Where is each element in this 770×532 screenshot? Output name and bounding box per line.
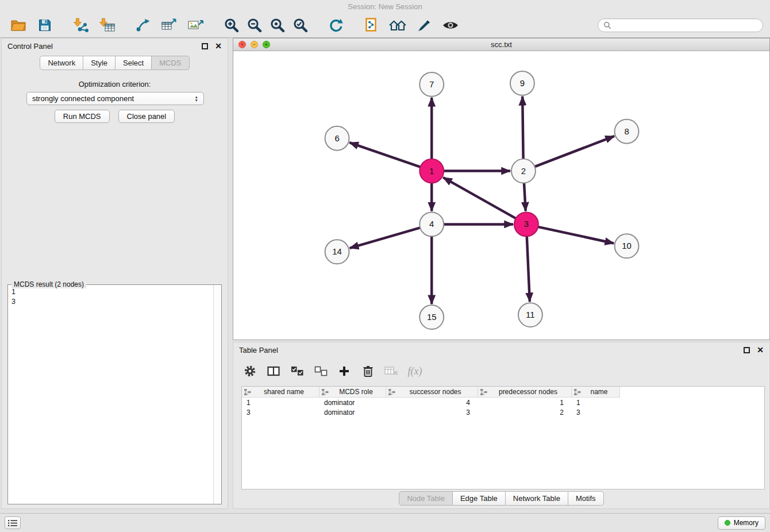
mcds-result-line: 3 xyxy=(11,297,211,307)
tab-select[interactable]: Select xyxy=(116,56,152,70)
control-panel-header: Control Panel ✕ xyxy=(2,38,228,53)
tab-style[interactable]: Style xyxy=(83,56,116,70)
window-zoom-icon[interactable]: + xyxy=(263,41,270,48)
graph-edge-3-11[interactable] xyxy=(527,236,530,302)
column-label: shared name xyxy=(251,388,317,396)
search-field[interactable] xyxy=(598,18,763,32)
control-panel-title: Control Panel xyxy=(7,42,53,51)
table-header-filler xyxy=(620,387,764,398)
column-header-predecessor-nodes[interactable]: predecessor nodes xyxy=(478,387,572,398)
zoom-in-button[interactable] xyxy=(220,15,242,36)
search-input[interactable] xyxy=(615,21,757,29)
network-canvas[interactable]: 7968124314101511 xyxy=(233,51,769,340)
delete-column-button[interactable] xyxy=(360,363,375,380)
float-control-panel-icon[interactable] xyxy=(202,43,208,49)
column-type-icon xyxy=(574,389,581,395)
graph-edge-1-6[interactable] xyxy=(349,142,420,167)
memory-status-icon xyxy=(725,520,730,526)
table-cell[interactable]: 1 xyxy=(478,398,572,407)
table-cell[interactable]: dominator xyxy=(319,398,386,407)
export-network-icon xyxy=(135,18,150,33)
show-home-button[interactable] xyxy=(386,15,409,36)
table-cell[interactable]: 3 xyxy=(242,407,319,417)
run-mcds-button[interactable]: Run MCDS xyxy=(55,110,110,123)
graph-edge-2-8[interactable] xyxy=(534,136,614,167)
graph-edge-2-9[interactable] xyxy=(522,97,523,159)
save-session-button[interactable] xyxy=(33,15,56,36)
eye-icon xyxy=(442,20,459,30)
criterion-dropdown-value: strongly connected component xyxy=(32,94,134,103)
table-cell[interactable]: 1 xyxy=(572,398,620,407)
close-control-panel-icon[interactable]: ✕ xyxy=(215,42,222,50)
column-header-shared-name[interactable]: shared name xyxy=(242,387,319,398)
tab-node-table[interactable]: Node Table xyxy=(399,491,453,506)
show-columns-button[interactable] xyxy=(266,363,281,380)
mcds-result-content[interactable]: 13 xyxy=(11,287,211,502)
column-header-mcds-role[interactable]: MCDS role xyxy=(319,387,386,398)
node-table: shared nameMCDS rolesuccessor nodesprede… xyxy=(241,386,765,489)
close-panel-button[interactable]: Close panel xyxy=(118,110,175,123)
table-cell[interactable]: 1 xyxy=(242,398,319,407)
table-cell[interactable]: dominator xyxy=(319,407,386,417)
style-brush-icon xyxy=(417,18,432,32)
function-builder-button: f(x) xyxy=(407,363,422,380)
table-row[interactable]: 1dominator411 xyxy=(242,398,764,407)
table-body: 1dominator4113dominator323 xyxy=(242,398,764,417)
table-cell[interactable]: 3 xyxy=(572,407,620,417)
column-type-icon xyxy=(244,389,251,395)
tab-network[interactable]: Network xyxy=(40,56,83,70)
memory-button[interactable]: Memory xyxy=(718,516,765,530)
window-close-icon[interactable]: × xyxy=(238,41,246,48)
tab-network-table[interactable]: Network Table xyxy=(506,491,568,506)
status-bar: Memory xyxy=(0,513,770,532)
select-all-columns-button[interactable] xyxy=(290,363,305,380)
table-cell[interactable]: 2 xyxy=(478,407,572,417)
tab-motifs[interactable]: Motifs xyxy=(568,491,604,506)
search-icon xyxy=(603,21,611,29)
save-floppy-icon xyxy=(38,18,52,32)
close-table-panel-icon[interactable]: ✕ xyxy=(757,346,764,354)
new-network-from-selection-button[interactable] xyxy=(360,15,383,36)
show-graphics-details-button[interactable] xyxy=(439,15,462,36)
zoom-selected-button[interactable] xyxy=(288,15,311,36)
graph-edge-3-1[interactable] xyxy=(443,178,515,218)
refresh-view-button[interactable] xyxy=(324,15,347,36)
tab-edge-table[interactable]: Edge Table xyxy=(453,491,506,506)
table-cell[interactable]: 4 xyxy=(386,398,478,407)
import-network-button[interactable] xyxy=(69,15,92,36)
network-graph-svg[interactable]: 7968124314101511 xyxy=(233,51,769,340)
column-header-name[interactable]: name xyxy=(572,387,620,398)
graph-node-label: 14 xyxy=(332,246,342,256)
open-session-button[interactable] xyxy=(7,15,30,36)
export-network-button[interactable] xyxy=(131,15,154,36)
mcds-result-scrollbar[interactable] xyxy=(213,285,221,504)
zoom-out-button[interactable] xyxy=(242,15,265,36)
create-column-button[interactable] xyxy=(337,363,352,380)
tab-mcds[interactable]: MCDS xyxy=(152,56,189,70)
export-image-button[interactable] xyxy=(184,15,207,36)
graph-edge-3-10[interactable] xyxy=(538,227,614,244)
table-settings-button[interactable] xyxy=(242,363,257,380)
checked-boxes-icon xyxy=(291,366,304,376)
table-row[interactable]: 3dominator323 xyxy=(242,407,764,417)
graph-edge-2-3[interactable] xyxy=(524,183,526,211)
criterion-dropdown[interactable]: strongly connected component ▲▼ xyxy=(26,92,204,105)
column-label: MCDS role xyxy=(329,388,383,396)
import-table-button[interactable] xyxy=(95,15,118,36)
clear-table-icon xyxy=(384,366,398,376)
export-table-button[interactable] xyxy=(157,15,180,36)
apply-style-button[interactable] xyxy=(413,15,436,36)
zoom-out-icon xyxy=(247,17,262,33)
graph-edge-4-14[interactable] xyxy=(350,228,420,248)
window-minimize-icon[interactable]: − xyxy=(251,41,258,48)
show-panels-button[interactable] xyxy=(5,516,21,529)
table-cell[interactable]: 3 xyxy=(386,407,478,417)
zoom-fit-button[interactable] xyxy=(265,15,288,36)
float-table-panel-icon[interactable] xyxy=(744,347,750,353)
unselect-all-columns-button[interactable] xyxy=(313,363,328,380)
graph-node-label: 6 xyxy=(334,133,339,143)
graph-node-label: 4 xyxy=(429,219,434,229)
graph-node-label: 1 xyxy=(429,166,434,176)
columns-icon xyxy=(267,366,280,376)
column-header-successor-nodes[interactable]: successor nodes xyxy=(386,387,478,398)
